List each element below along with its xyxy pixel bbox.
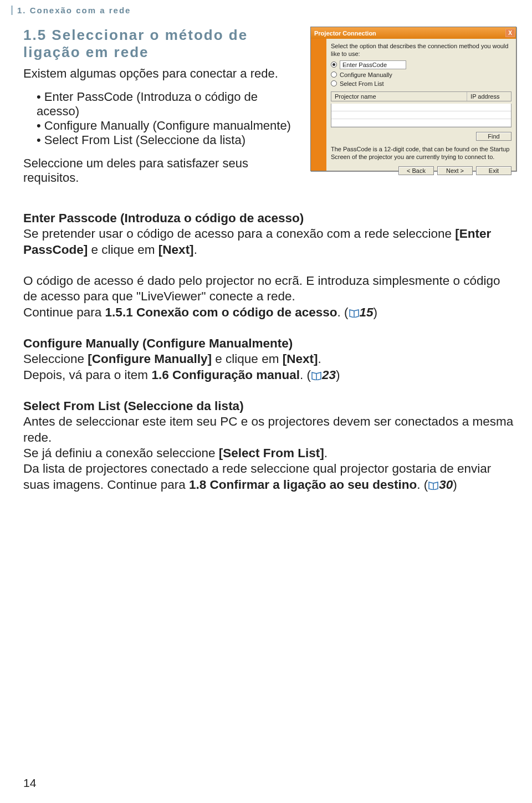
sec-enter-passcode: Enter Passcode (Introduza o código de ac…	[23, 211, 516, 258]
sec2-title: Configure Manually (Configure Manualment…	[23, 336, 293, 350]
projector-list-header: Projector name IP address	[331, 91, 511, 101]
text: O código de acesso é dado pelo projector…	[23, 274, 500, 303]
bullet-item: Configure Manually (Configure manualment…	[37, 119, 301, 133]
text: Se já definiu a conexão seleccione	[23, 446, 219, 460]
text: .	[318, 352, 321, 366]
text: . (	[417, 478, 428, 492]
intro-text: Existem algumas opções para conectar a r…	[23, 67, 301, 81]
text: e clique em	[88, 243, 158, 257]
left-column: 1.5 Seleccionar o método de ligação em r…	[23, 27, 301, 185]
col-ip-address: IP address	[467, 92, 511, 101]
find-button[interactable]: Find	[476, 132, 511, 141]
text: e clique em	[212, 352, 283, 366]
text: Depois, vá para o item	[23, 368, 151, 382]
sec1-title: Enter Passcode (Introduza o código de ac…	[23, 211, 304, 225]
projector-list[interactable]	[331, 104, 511, 127]
text: )	[453, 478, 457, 492]
page-ref: 30	[439, 478, 453, 492]
sec-select-from-list: Select From List (Seleccione da lista) A…	[23, 398, 516, 493]
dialog-titlebar: Projector Connection X	[311, 27, 516, 39]
text-bold: 1.5.1 Conexão com o código de acesso	[105, 305, 337, 319]
passcode-note: The PassCode is a 12-digit code, that ca…	[331, 145, 511, 161]
text: . (	[337, 305, 349, 319]
text-bold: [Next]	[283, 352, 318, 366]
back-button[interactable]: < Back	[398, 166, 434, 175]
text-bold: [Next]	[158, 243, 194, 257]
radio-enter-passcode[interactable]: Enter PassCode	[331, 60, 511, 69]
text-bold: 1.6 Configuração manual	[151, 368, 300, 382]
col-projector-name: Projector name	[331, 92, 467, 101]
dialog-title: Projector Connection	[314, 30, 376, 37]
radio-configure-manually[interactable]: Configure Manually	[331, 71, 511, 78]
upper-row: 1.5 Seleccionar o método de ligação em r…	[23, 27, 516, 185]
text: . (	[300, 368, 311, 382]
radio-select-from-list[interactable]: Select From List	[331, 80, 511, 87]
after-bullets-text: Seleccione um deles para satisfazer seus…	[23, 156, 301, 185]
connection-dialog: Projector Connection X Select the option…	[310, 27, 516, 171]
bullet-item: Enter PassCode (Introduza o código de ac…	[37, 90, 301, 119]
text: .	[194, 243, 197, 257]
dialog-sidebar	[311, 39, 326, 171]
section-title: 1.5 Seleccionar o método de ligação em r…	[23, 27, 301, 61]
radio-label: Select From List	[340, 80, 383, 87]
close-button[interactable]: X	[505, 29, 515, 37]
book-icon	[311, 371, 322, 380]
page-ref: 15	[360, 305, 374, 319]
text-bold: [Configure Manually]	[88, 352, 212, 366]
book-icon	[349, 309, 360, 318]
radio-icon	[331, 71, 337, 78]
radio-label: Enter PassCode	[340, 60, 406, 69]
bullet-item: Select From List (Seleccione da lista)	[37, 133, 301, 147]
text: Se pretender usar o código de acesso par…	[23, 227, 455, 241]
sec3-title: Select From List (Seleccione da lista)	[23, 399, 244, 413]
text: )	[336, 368, 340, 382]
radio-icon	[331, 80, 337, 86]
book-icon	[428, 481, 439, 490]
page-ref: 23	[322, 368, 336, 382]
exit-button[interactable]: Exit	[476, 166, 511, 175]
text: Seleccione	[23, 352, 88, 366]
breadcrumb: 1. Conexão com a rede	[11, 6, 131, 15]
text: Antes de seleccionar este item seu PC e …	[23, 415, 513, 444]
next-button[interactable]: Next >	[437, 166, 473, 175]
text-bold: [Select From List]	[219, 446, 324, 460]
sec-configure-manually: Configure Manually (Configure Manualment…	[23, 336, 516, 383]
sec-enter-passcode-p2: O código de acesso é dado pelo projector…	[23, 273, 516, 320]
dialog-prompt: Select the option that describes the con…	[331, 42, 511, 58]
text: .	[324, 446, 328, 460]
radio-label: Configure Manually	[340, 71, 392, 78]
text-bold: 1.8 Confirmar a ligação ao seu destino	[189, 478, 417, 492]
radio-icon	[331, 62, 337, 68]
bullet-list: Enter PassCode (Introduza o código de ac…	[37, 90, 301, 147]
page-number: 14	[23, 776, 36, 790]
body-text: Enter Passcode (Introduza o código de ac…	[23, 211, 516, 493]
text: Continue para	[23, 305, 105, 319]
text: )	[374, 305, 378, 319]
